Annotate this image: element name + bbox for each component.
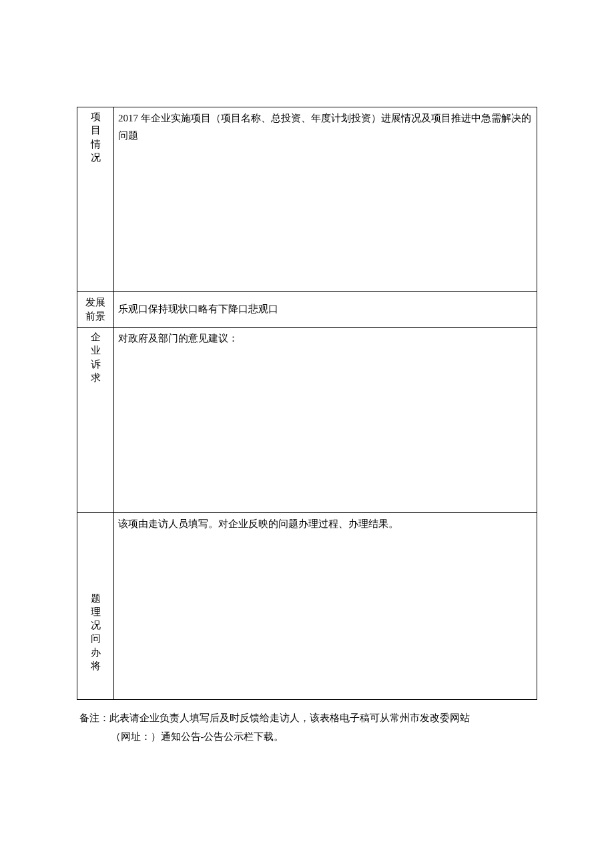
label-handling-text: 题理况问办将 — [91, 592, 101, 673]
content-appeal: 对政府及部门的意见建议： — [114, 328, 537, 513]
content-handling: 该项由走访人员填写。对企业反映的问题办理过程、办理结果。 — [114, 513, 537, 700]
label-outlook-text: 发展前景 — [81, 296, 109, 323]
row-handling: 题理况问办将 该项由走访人员填写。对企业反映的问题办理过程、办理结果。 — [77, 513, 537, 700]
label-appeal-text: 企业诉求 — [91, 330, 101, 384]
label-handling: 题理况问办将 — [77, 513, 114, 700]
label-outlook: 发展前景 — [77, 292, 114, 328]
label-project: 项目情况 — [77, 107, 114, 292]
row-outlook: 发展前景 乐观口保持现状口略有下降口悲观口 — [77, 292, 537, 328]
row-appeal: 企业诉求 对政府及部门的意见建议： — [77, 328, 537, 513]
row-project: 项目情况 2017 年企业实施项目（项目名称、总投资、年度计划投资）进展情况及项… — [77, 107, 537, 292]
footnote-line1: 备注：此表请企业负责人填写后及时反馈给走访人，该表格电子稿可从常州市发改委网站 — [79, 709, 537, 728]
footnote-line2: （网址：）通知公告-公告公示栏下载。 — [79, 728, 537, 747]
label-project-text: 项目情况 — [91, 110, 101, 164]
content-outlook: 乐观口保持现状口略有下降口悲观口 — [114, 292, 537, 328]
enterprise-form-table: 项目情况 2017 年企业实施项目（项目名称、总投资、年度计划投资）进展情况及项… — [77, 107, 537, 700]
content-project: 2017 年企业实施项目（项目名称、总投资、年度计划投资）进展情况及项目推进中急… — [114, 107, 537, 292]
label-appeal: 企业诉求 — [77, 328, 114, 513]
footnote: 备注：此表请企业负责人填写后及时反馈给走访人，该表格电子稿可从常州市发改委网站 … — [77, 709, 537, 747]
